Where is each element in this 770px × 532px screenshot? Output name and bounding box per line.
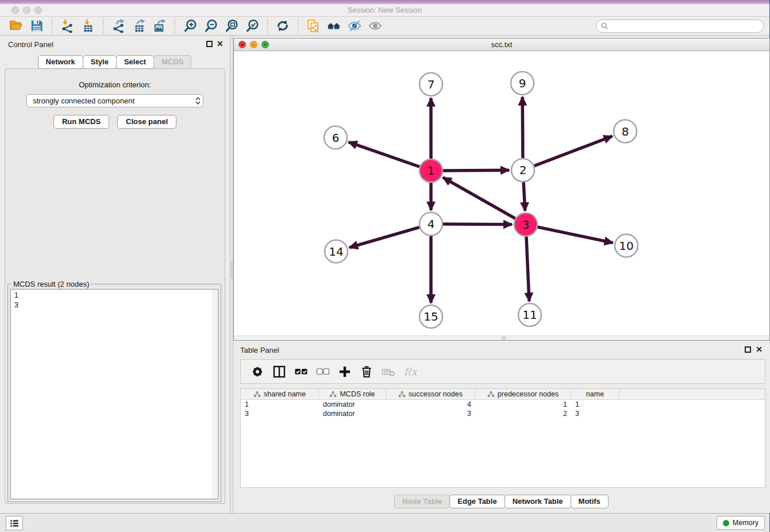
import-table-button[interactable] [80, 18, 96, 34]
zoom-selected-button[interactable] [244, 18, 260, 34]
graph-node-1[interactable]: 1 [419, 159, 442, 182]
column-settings-gear-button[interactable] [250, 364, 265, 379]
column-header-name[interactable]: name [571, 389, 619, 399]
column-label: MCDS role [340, 390, 375, 398]
import-table-icon [81, 19, 95, 33]
table-cell[interactable]: 4 [386, 400, 475, 409]
graph-node-11[interactable]: 11 [518, 303, 541, 326]
open-file-button[interactable] [8, 18, 24, 34]
tab-select[interactable]: Select [116, 55, 154, 69]
search-field-wrap [596, 20, 764, 33]
zoom-out-button[interactable] [203, 18, 219, 34]
table-tab-network-table[interactable]: Network Table [505, 495, 571, 508]
graph-edge-4-14[interactable] [349, 228, 419, 248]
mcds-result-textarea[interactable]: 13 [10, 289, 218, 499]
graph-node-10[interactable]: 10 [615, 234, 638, 257]
hide-graphics-details-button[interactable] [346, 18, 363, 34]
export-table-button[interactable] [131, 18, 147, 34]
tab-style[interactable]: Style [83, 55, 117, 69]
graph-edge-1-6[interactable] [349, 142, 420, 167]
save-session-button[interactable] [29, 18, 45, 34]
create-column-button[interactable] [337, 364, 352, 379]
graph-node-8[interactable]: 8 [614, 120, 637, 143]
network-canvas[interactable]: 7968124314101511 [234, 51, 769, 336]
graph-edge-3-1[interactable] [443, 178, 515, 218]
table-cell[interactable]: 2 [475, 409, 571, 418]
network-bottom-scrollstrip[interactable] [234, 336, 769, 340]
divider-drag-handle[interactable] [230, 262, 233, 278]
graph-node-9[interactable]: 9 [511, 72, 534, 95]
table-panel-header: Table Panel ✕ [233, 344, 770, 357]
table-panel-tabs: Node TableEdge TableNetwork TableMotifs [233, 495, 770, 508]
network-graph-svg: 7968124314101511 [234, 51, 769, 336]
table-cell[interactable]: 1 [571, 400, 619, 409]
show-graphics-details-button[interactable] [367, 18, 383, 34]
delete-selected-button[interactable] [359, 364, 374, 379]
table-tab-node-table[interactable]: Node Table [394, 495, 450, 508]
table-cell[interactable]: 1 [475, 400, 571, 409]
panel-layout-button[interactable] [272, 364, 287, 379]
table-cell[interactable]: dominator [319, 409, 386, 418]
tab-mcds[interactable]: MCDS [153, 55, 191, 69]
network-window-titlebar[interactable]: ✕ − + scc.txt [234, 38, 769, 51]
graph-edge-1-2[interactable] [443, 170, 509, 171]
search-input[interactable] [596, 20, 764, 33]
column-header-successor-nodes[interactable]: successor nodes [386, 389, 475, 399]
table-close-icon[interactable]: ✕ [756, 345, 763, 354]
table-cell[interactable]: dominator [319, 400, 386, 409]
table-cell[interactable]: 3 [386, 409, 475, 418]
home-icon [327, 19, 341, 33]
column-header-MCDS-role[interactable]: MCDS role [319, 389, 386, 399]
column-header-predecessor-nodes[interactable]: predecessor nodes [475, 389, 571, 399]
table-float-icon[interactable] [745, 346, 751, 353]
clone-network-button[interactable] [305, 18, 321, 34]
run-mcds-button[interactable]: Run MCDS [53, 115, 109, 129]
table-panel-title: Table Panel [240, 346, 279, 354]
network-scroll-handle[interactable] [502, 337, 506, 340]
graph-edge-4-3[interactable] [443, 224, 512, 225]
graph-edge-3-10[interactable] [538, 227, 613, 243]
table-cell[interactable]: 1 [241, 400, 319, 409]
graph-edge-2-3[interactable] [523, 182, 525, 211]
export-network-button[interactable] [110, 18, 126, 34]
export-image-button[interactable] [152, 18, 168, 34]
column-header-shared-name[interactable]: shared name [241, 389, 319, 399]
select-all-checkboxes-button[interactable] [294, 364, 309, 379]
app-titlebar: Session: New Session [0, 4, 769, 17]
graph-edge-3-11[interactable] [526, 237, 529, 302]
home-button[interactable] [326, 18, 342, 34]
node-label: 11 [522, 308, 537, 322]
tab-network[interactable]: Network [38, 55, 83, 69]
graph-node-3[interactable]: 3 [514, 213, 537, 236]
zoom-in-button[interactable] [182, 18, 198, 34]
graph-node-15[interactable]: 15 [419, 305, 442, 328]
close-panel-icon[interactable]: ✕ [217, 39, 224, 48]
task-history-button[interactable] [6, 516, 23, 530]
close-panel-button[interactable]: Close panel [117, 115, 176, 129]
refresh-button[interactable] [275, 18, 291, 34]
function-builder-button: f(x) [403, 364, 418, 379]
graph-node-7[interactable]: 7 [419, 73, 442, 96]
graph-node-14[interactable]: 14 [325, 240, 348, 263]
graph-node-2[interactable]: 2 [511, 159, 534, 182]
float-panel-icon[interactable] [206, 41, 213, 47]
graph-node-4[interactable]: 4 [419, 213, 442, 236]
zoom-fit-button[interactable] [224, 18, 240, 34]
result-scrollbar[interactable] [213, 290, 218, 499]
import-network-button[interactable] [59, 18, 75, 34]
column-settings-gear-icon [251, 365, 264, 379]
column-type-icon [398, 391, 406, 398]
table-tab-edge-table[interactable]: Edge Table [449, 495, 505, 508]
refresh-icon [276, 19, 290, 33]
node-label: 8 [622, 125, 629, 138]
table-cell[interactable]: 3 [571, 409, 619, 418]
graph-edge-2-8[interactable] [534, 136, 613, 166]
graph-node-6[interactable]: 6 [324, 126, 347, 149]
optimization-criterion-dropdown[interactable]: strongly connected component [26, 94, 203, 107]
node-label: 10 [619, 239, 633, 253]
deselect-all-checkboxes-button[interactable] [315, 364, 330, 379]
memory-button[interactable]: Memory [717, 516, 765, 530]
table-tab-motifs[interactable]: Motifs [571, 495, 609, 508]
graph-edge-2-9[interactable] [522, 97, 523, 159]
table-cell[interactable]: 3 [241, 409, 319, 418]
